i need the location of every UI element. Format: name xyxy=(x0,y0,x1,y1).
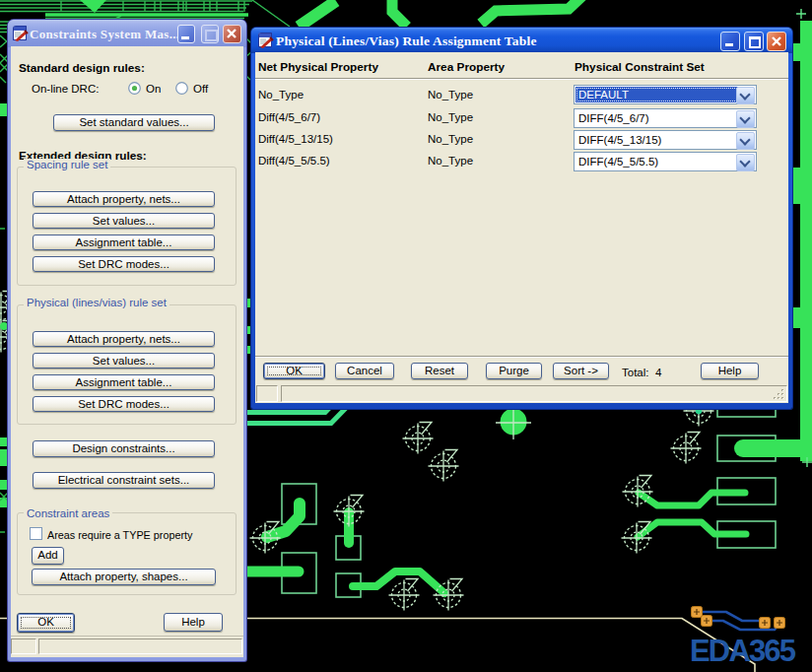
svg-text:EDA365: EDA365 xyxy=(690,634,796,668)
